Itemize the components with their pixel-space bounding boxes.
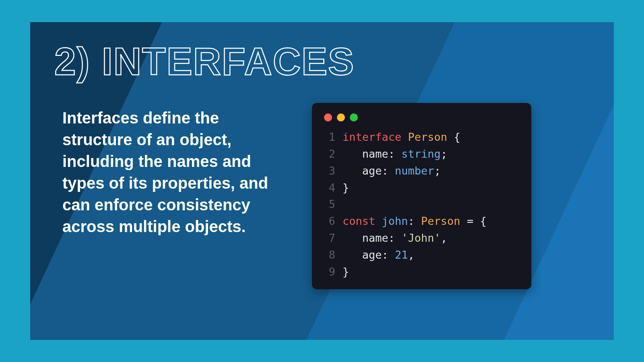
code-line: 6const john: Person = { <box>321 213 521 230</box>
code-token: 21 <box>395 247 408 263</box>
code-line: 5 <box>321 196 521 213</box>
line-number: 6 <box>321 213 335 230</box>
code-line: 9} <box>321 263 521 280</box>
code-line: 3 age: number; <box>321 162 521 179</box>
line-number: 7 <box>321 230 335 247</box>
code-token: Person <box>408 129 448 146</box>
slide-title: 2) INTERFACES <box>54 42 590 81</box>
code-token: const <box>343 213 375 230</box>
code-token: : <box>382 162 395 179</box>
line-number: 2 <box>321 146 335 162</box>
code-token: = { <box>460 213 487 230</box>
code-token: : <box>388 230 402 247</box>
code-token: : <box>388 146 402 162</box>
code-line: 7 name: 'John', <box>321 230 521 247</box>
code-token: age <box>362 247 382 263</box>
code-line: 4} <box>321 179 521 196</box>
code-window: 1interface Person {2 name: string;3 age:… <box>312 103 531 289</box>
code-token <box>375 213 382 230</box>
code-token: , <box>441 230 447 247</box>
code-token: ; <box>434 162 441 179</box>
window-controls <box>324 113 521 121</box>
slide-card: 2) INTERFACES Interfaces define the stru… <box>30 22 614 340</box>
code-token: : <box>382 247 395 263</box>
line-number: 3 <box>321 162 335 179</box>
code-token: interface <box>343 129 401 146</box>
line-number: 9 <box>321 263 335 280</box>
line-number: 5 <box>321 196 335 213</box>
code-token: name <box>362 146 388 162</box>
code-token <box>401 129 408 146</box>
close-icon <box>324 113 332 121</box>
code-token <box>343 230 362 247</box>
code-token: { <box>447 129 460 146</box>
maximize-icon <box>350 113 358 121</box>
slide-content: Interfaces define the structure of an ob… <box>54 107 590 289</box>
code-token: Person <box>421 213 460 230</box>
line-number: 4 <box>321 179 335 196</box>
code-token: : <box>408 213 421 230</box>
line-number: 1 <box>321 129 335 146</box>
code-token: ; <box>441 146 447 162</box>
code-token <box>343 162 362 179</box>
code-token: john <box>382 213 408 230</box>
code-token: , <box>408 247 415 263</box>
code-token: } <box>343 263 349 280</box>
minimize-icon <box>337 113 345 121</box>
code-token: string <box>401 146 441 162</box>
code-line: 2 name: string; <box>321 146 521 162</box>
code-line: 8 age: 21, <box>321 247 521 263</box>
code-block: 1interface Person {2 name: string;3 age:… <box>321 129 521 280</box>
line-number: 8 <box>321 247 335 263</box>
code-token <box>343 146 362 162</box>
code-token: age <box>362 162 382 179</box>
code-token: name <box>362 230 388 247</box>
code-line: 1interface Person { <box>321 129 521 146</box>
code-token: number <box>395 162 434 179</box>
code-token: } <box>343 179 349 196</box>
code-token <box>343 247 362 263</box>
slide-description: Interfaces define the structure of an ob… <box>62 107 288 289</box>
code-token: 'John' <box>401 230 441 247</box>
